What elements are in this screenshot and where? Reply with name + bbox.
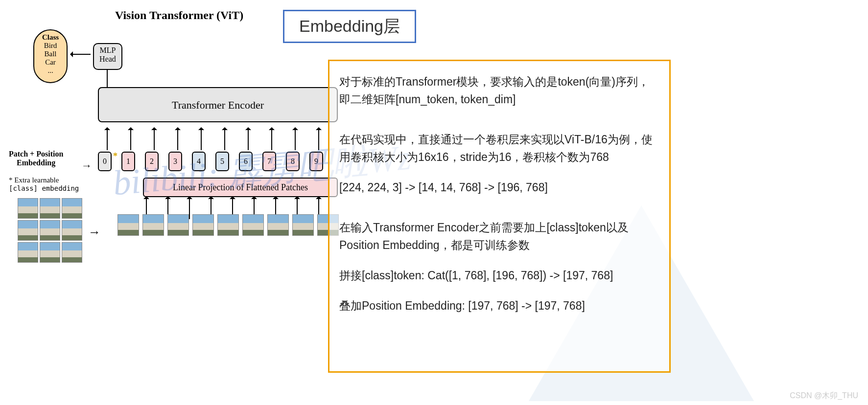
image-patch [40,198,60,219]
class-item: Bird [34,42,67,50]
linear-projection-box: Linear Projection of Flattened Patches [143,178,338,197]
patch-token: 6 [239,152,253,171]
class-item: Car [34,58,67,67]
ppe-l1: Patch + Position [9,150,63,158]
image-patch [62,198,82,219]
diagram-title: Vision Transformer (ViT) [115,9,243,22]
explain-p5: 拼接[class]token: Cat([1, 768], [196, 768]… [339,267,659,284]
arrow-icon [71,54,91,55]
mlp-l2: Head [94,55,121,64]
image-patch [18,242,38,263]
image-patch [167,214,189,236]
image-patch-grid [18,198,82,263]
embedding-heading: Embedding层 [283,10,416,43]
image-patch [292,214,314,236]
arrow-icon: → [81,159,92,172]
image-patch [142,214,164,236]
image-patch [18,198,38,219]
image-patch [192,214,214,236]
mlp-head-box: MLP Head [93,43,122,70]
image-patch [117,214,139,236]
image-patch [18,220,38,241]
mlp-l1: MLP [94,46,121,55]
patch-token: 5 [215,152,229,171]
projection-input-arrows [143,197,338,217]
image-patch [242,214,264,236]
arrow-icon: → [88,225,101,240]
footnote-l2: [class] embedding [9,184,79,192]
patch-token: 4 [192,152,206,171]
image-patch [267,214,289,236]
image-patch [62,220,82,241]
image-patch [62,242,82,263]
transformer-encoder-box: Transformer Encoder [98,87,338,122]
patch-token: 2 [145,152,159,171]
explanation-panel: 对于标准的Transformer模块，要求输入的是token(向量)序列，即二维… [328,60,671,373]
image-patch [40,242,60,263]
class-item: Ball [34,50,67,58]
patch-token: 8 [286,152,300,171]
class-token: 0 [98,152,112,171]
class-footnote: * Extra learnable [class] embedding [9,176,79,192]
encoder-input-arrows [99,122,339,154]
image-patch [217,214,239,236]
explain-p3: [224, 224, 3] -> [14, 14, 768] -> [196, … [339,179,659,196]
explain-p4: 在输入Transformer Encoder之前需要加上[class]token… [339,219,659,254]
patch-token: 9 [309,152,323,171]
patch-token: 3 [168,152,182,171]
explain-p6: 叠加Position Embedding: [197, 768] -> [197… [339,297,659,315]
explain-p2: 在代码实现中，直接通过一个卷积层来实现以ViT-B/16为例，使用卷积核大小为1… [339,131,659,166]
image-patch [40,220,60,241]
star-icon: * [113,151,117,161]
explain-p1: 对于标准的Transformer模块，要求输入的是token(向量)序列，即二维… [339,73,659,108]
patch-token: 1 [121,152,135,171]
patch-pos-embedding-label: Patch + Position Embedding [9,150,63,167]
token-row: 0 1 2 3 4 5 6 7 8 9 [98,152,323,171]
footnote-l1: * Extra learnable [9,176,79,184]
csdn-watermark: CSDN @木卯_THU [790,391,858,401]
patch-token: 7 [262,152,276,171]
class-header: Class [34,33,67,42]
class-item: ... [34,67,67,75]
class-output-box: Class Bird Ball Car ... [33,29,68,83]
patch-sequence [117,214,339,236]
ppe-l2: Embedding [9,158,63,167]
connector-line [107,70,108,87]
